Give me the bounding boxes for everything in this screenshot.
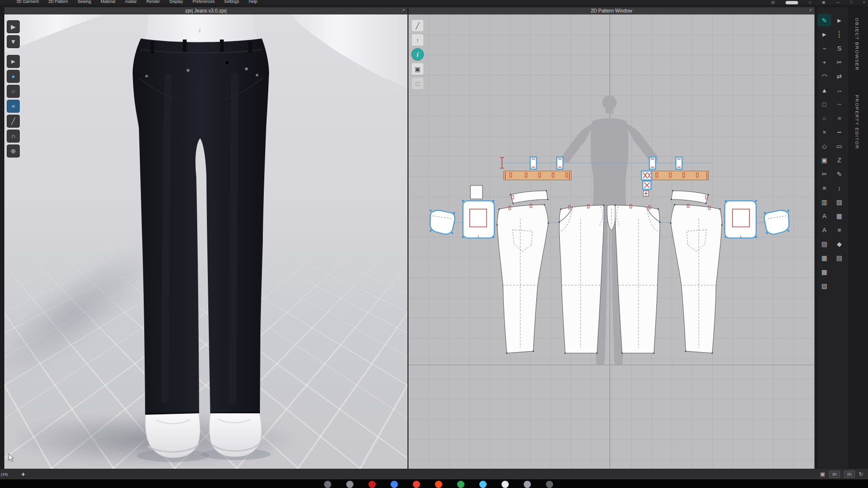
menu-preferences[interactable]: Preferences — [192, 0, 215, 4]
menu-help[interactable]: Help — [249, 0, 257, 4]
select-sewing-icon[interactable]: ► — [832, 14, 846, 26]
layout-icon[interactable]: ▦ — [832, 210, 846, 222]
colorway-icon[interactable]: ◆ — [832, 237, 846, 250]
pattern-piece-waistband-right[interactable] — [642, 171, 709, 180]
texture-icon[interactable]: ▨ — [832, 196, 846, 208]
snap-view-icon[interactable]: ▣ — [820, 471, 825, 477]
pattern-piece-front-left[interactable] — [558, 204, 604, 354]
seam-allowance-icon[interactable]: ≡ — [817, 182, 831, 194]
measure-2d-icon[interactable]: ↕ — [832, 182, 846, 194]
buttonhole-icon[interactable]: ▭ — [832, 140, 846, 152]
edit-round-corner-icon[interactable]: ◠ — [817, 70, 831, 82]
property-editor-tab[interactable]: PROPERTY EDITOR — [854, 95, 860, 149]
cloud-sync-icon[interactable]: ◇ — [809, 0, 812, 5]
pattern-piece-yoke-left[interactable] — [510, 190, 549, 204]
flip-pattern-icon[interactable]: ↔ — [832, 84, 846, 96]
avatar-globe-icon[interactable]: ⊕ — [7, 145, 20, 158]
fold-arrangement-icon[interactable]: ⇄ — [832, 70, 846, 82]
remove-point-icon[interactable]: × — [817, 126, 831, 138]
menu-sewing[interactable]: Sewing — [78, 0, 91, 4]
maximize-button[interactable]: □ — [850, 0, 853, 5]
close-button[interactable]: × — [863, 0, 865, 5]
dock-app-icon[interactable] — [502, 481, 509, 488]
menu-render[interactable]: Render — [146, 0, 160, 4]
lift-pattern-icon[interactable]: ↑ — [411, 34, 424, 46]
arrange-icon[interactable]: ∩ — [7, 130, 20, 143]
simulate-icon[interactable]: ▶ — [7, 20, 20, 33]
avatar-3d[interactable] — [4, 14, 407, 469]
lock-pattern-icon[interactable]: □ — [411, 77, 424, 90]
expand-2d-panel-icon[interactable]: ↗ — [808, 8, 812, 13]
reset-view-icon[interactable]: ↻ — [859, 471, 863, 477]
garment-display-icon[interactable]: ▼ — [7, 35, 20, 48]
mirror-paste-icon[interactable]: ▥ — [817, 196, 831, 208]
garment-3d-viewport[interactable]: ▶▼►●○≈╱∩⊕ — [4, 14, 407, 469]
hatch-tool-icon[interactable]: ▩ — [817, 265, 831, 278]
grain-marker-box[interactable] — [643, 181, 651, 189]
dock-app-icon[interactable] — [346, 481, 353, 488]
zipper-icon[interactable]: Z — [832, 154, 846, 166]
pattern-piece-back-right[interactable] — [670, 204, 722, 354]
pattern-piece-pocket-right-inner[interactable] — [725, 200, 757, 238]
topstitch-icon[interactable]: ┅ — [832, 126, 846, 138]
detach-sewing-icon[interactable]: ✂ — [832, 56, 846, 68]
menu-avatar[interactable]: Avatar — [125, 0, 136, 4]
segment-sewing-icon[interactable]: ┆ — [832, 28, 846, 40]
dock-app-icon[interactable] — [413, 481, 420, 488]
menu-2d-pattern[interactable]: 2D Pattern — [48, 0, 68, 4]
stitch-icon[interactable]: ┄ — [832, 98, 846, 110]
circle-tool-icon[interactable]: ○ — [817, 112, 831, 124]
dock-app-icon[interactable] — [479, 481, 487, 488]
pattern-piece-pocket-left-inner[interactable] — [462, 200, 494, 238]
grading-2d-icon[interactable]: ≡ — [832, 224, 846, 236]
sewing-3d-icon[interactable]: ≈ — [7, 100, 20, 113]
pattern-piece-front-right[interactable] — [614, 204, 660, 354]
pattern-piece-yoke-right[interactable] — [671, 190, 709, 204]
gpu-status-icon[interactable]: ▤ — [772, 0, 775, 5]
menu-settings[interactable]: Settings — [224, 0, 239, 4]
annotation-icon[interactable]: ✎ — [832, 168, 846, 180]
dock-app-icon[interactable] — [368, 481, 376, 488]
expand-3d-panel-icon[interactable]: ↗ — [401, 8, 405, 13]
dock-app-icon[interactable] — [391, 481, 398, 488]
text-tool-icon[interactable]: A — [817, 210, 831, 222]
grid-tool-icon[interactable]: ▦ — [817, 251, 831, 264]
cut-tool-icon[interactable]: ✂ — [817, 168, 831, 180]
view-2d-button[interactable]: 2D — [844, 471, 855, 478]
mode-pill[interactable] — [786, 1, 798, 4]
minimize-button[interactable]: — — [836, 0, 840, 5]
dock-app-icon[interactable] — [435, 481, 442, 488]
menu-material[interactable]: Material — [101, 0, 115, 4]
transform-pattern-icon[interactable]: ► — [817, 28, 831, 40]
zigzag-sewing-icon[interactable]: ≈ — [832, 112, 846, 124]
grading-tool-icon[interactable]: ▧ — [817, 279, 831, 292]
dock-app-icon[interactable] — [524, 481, 531, 488]
menu-display[interactable]: Display — [169, 0, 183, 4]
rectangle-tool-icon[interactable]: □ — [817, 98, 831, 110]
pattern-piece-back-left[interactable] — [496, 204, 549, 354]
info-icon[interactable]: i — [411, 48, 424, 61]
menu-3d-garment[interactable]: 3D Garment — [16, 0, 39, 4]
pleat-tool-icon[interactable]: ▤ — [817, 237, 831, 250]
pin-tool-icon[interactable]: ● — [7, 70, 20, 83]
measure-tape-icon[interactable]: ○ — [7, 85, 20, 98]
pattern-piece-pocket-left-outer[interactable] — [430, 210, 455, 234]
pen-2d-icon[interactable]: ╱ — [411, 19, 424, 32]
view-3d-button[interactable]: 3D — [829, 471, 840, 478]
symbol-chip[interactable] — [643, 191, 649, 196]
polygon-tool-icon[interactable]: ▲ — [817, 84, 831, 96]
fabric-icon[interactable]: ▤ — [832, 251, 846, 264]
dock-app-icon[interactable] — [546, 481, 553, 488]
jeans-garment[interactable] — [133, 39, 269, 415]
text-style-icon[interactable]: A — [817, 224, 831, 236]
free-sewing-icon[interactable]: S — [832, 42, 846, 54]
edit-pattern-icon[interactable]: ✎ — [817, 14, 831, 26]
account-icon[interactable]: ▣ — [822, 0, 825, 5]
edit-curvature-icon[interactable]: ~ — [817, 42, 831, 54]
pattern-2d-canvas[interactable]: ╱↑i▣□ — [408, 14, 814, 469]
trace-tool-icon[interactable]: ▣ — [817, 154, 831, 166]
select-move-icon[interactable]: ► — [7, 55, 20, 68]
dock-app-icon[interactable] — [457, 481, 464, 488]
dock-app-icon[interactable] — [324, 481, 331, 488]
add-point-icon[interactable]: + — [817, 56, 831, 68]
